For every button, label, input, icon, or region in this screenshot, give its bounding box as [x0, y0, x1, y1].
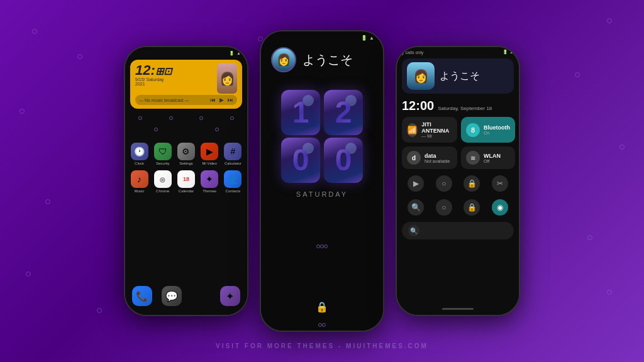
app-contacts-icon: 👤: [224, 170, 242, 188]
app-music-label: Music: [135, 189, 145, 193]
right-top-bar: y calls only 🔋 ▲: [397, 47, 519, 56]
wlan-name: WLAN: [484, 153, 501, 159]
music-time-left: 12: [135, 62, 150, 78]
app-contacts[interactable]: 👤 Contacts: [224, 170, 242, 193]
app-mivideo-icon: ▶: [201, 143, 218, 160]
prev-icon[interactable]: ⏮: [210, 97, 216, 103]
app-chrome[interactable]: ◎ Chrome: [153, 170, 172, 193]
app-music[interactable]: ♪ Music: [130, 170, 148, 193]
lock-icon: 🔒: [316, 301, 328, 313]
app-settings[interactable]: ⚙ Settings: [177, 143, 195, 165]
ctrl-lock1[interactable]: 🔒: [464, 175, 480, 192]
right-profile-card: 👩 ようこそ: [402, 58, 514, 94]
ctrl-circle1[interactable]: ○: [436, 175, 452, 192]
app-grid-row2: ♪ Music ◎ Chrome 18 Calendar ✦ Themes 👤: [125, 170, 247, 198]
day-label: SATURDAY: [281, 190, 363, 198]
toggle-data[interactable]: d data Not available: [402, 146, 457, 169]
data-sub: Not available: [425, 159, 450, 163]
wifi-icon-right: ▲: [509, 50, 514, 55]
app-themes-label: Themes: [203, 189, 216, 193]
center-status-bar: 🔋 ▲: [261, 31, 383, 42]
center-avatar: 👩: [271, 47, 296, 72]
center-screen: 🔋 ▲ 👩 ようこそ 1 2: [261, 31, 383, 331]
center-bottom: 🔒: [261, 295, 383, 319]
right-calls-only: y calls only: [402, 50, 423, 55]
clock-digits: 1 2 0 0: [281, 90, 363, 183]
dots-row-2: [125, 124, 247, 135]
center-status-icons: 🔋 ▲: [361, 35, 374, 41]
music-squares: ⊞⊡: [155, 66, 172, 77]
ctrl-play[interactable]: ▶: [408, 175, 424, 192]
play-icon[interactable]: ▶: [219, 97, 224, 103]
right-avatar: 👩: [407, 62, 435, 90]
app-calendar[interactable]: 18 Calendar: [177, 170, 195, 193]
right-time-date: Saturday, September 18: [438, 106, 492, 111]
right-time-big: 12:00: [402, 99, 434, 113]
dock-more[interactable]: ✦: [220, 286, 240, 306]
music-widget[interactable]: 12:⊞⊡ 9/15/ Saturday 2021 👩 — No music b…: [130, 60, 242, 109]
wifi-icon-center: ▲: [369, 35, 374, 41]
left-screen: 🔋 ▲ 12:⊞⊡ 9/15/ Saturday 2021: [125, 47, 247, 315]
app-clock-icon: 🕐: [131, 143, 148, 160]
center-dots: [304, 238, 340, 255]
ctrl-lock2[interactable]: 🔒: [464, 199, 480, 216]
right-search-bar[interactable]: 🔍: [402, 222, 514, 239]
app-mivideo-label: Mi Video: [203, 162, 217, 165]
app-security[interactable]: 🛡 Security: [153, 143, 172, 165]
toggle-antenna[interactable]: 📶 JITI ANTENNA — Mi: [402, 117, 457, 143]
ctrl-scissors[interactable]: ✂: [492, 175, 508, 192]
data-info: data Not available: [425, 153, 450, 163]
dock-empty: [191, 286, 211, 306]
music-avatar-person: 👩: [219, 71, 235, 86]
music-controls[interactable]: ⏮ ▶ ⏭: [210, 97, 233, 103]
app-music-icon: ♪: [131, 170, 148, 188]
app-grid-row1: 🕐 Clock 🛡 Security ⚙ Settings ▶ Mi Video…: [125, 138, 247, 170]
home-indicator: [397, 302, 519, 315]
app-calendar-icon: 18: [177, 170, 195, 188]
center-profile: 👩 ようこそ: [261, 42, 383, 77]
right-controls-row1: ▶ ○ 🔒 ✂: [397, 172, 519, 195]
music-broadcast-bar[interactable]: — No music broadcast — ⏮ ▶ ⏭: [135, 95, 237, 105]
app-contacts-label: Contacts: [226, 189, 241, 193]
antenna-name: JITI ANTENNA: [421, 121, 452, 134]
right-screen: y calls only 🔋 ▲ 👩 ようこそ 12:00 Saturday, …: [397, 47, 519, 315]
phone-right: y calls only 🔋 ▲ 👩 ようこそ 12:00 Saturday, …: [396, 46, 520, 316]
app-calculator-label: Calculator: [225, 162, 242, 165]
antenna-sub: — Mi: [421, 134, 452, 138]
phones-container: 🔋 ▲ 12:⊞⊡ 9/15/ Saturday 2021: [124, 30, 520, 332]
right-controls-row2: 🔍 ○ 🔒 ◉: [397, 195, 519, 219]
home-bar: [442, 308, 474, 310]
next-icon[interactable]: ⏭: [228, 97, 233, 103]
data-icon: d: [407, 151, 421, 165]
music-colon: :: [150, 62, 155, 78]
dock-phone[interactable]: 📞: [132, 286, 152, 306]
app-settings-label: Settings: [179, 162, 193, 165]
app-clock[interactable]: 🕐 Clock: [130, 143, 148, 165]
battery-icon-right: 🔋: [502, 50, 508, 55]
app-calculator[interactable]: # Calculator: [224, 143, 242, 165]
app-security-icon: 🛡: [154, 143, 172, 160]
toggle-wlan[interactable]: ≋ WLAN Off: [461, 146, 515, 169]
ctrl-circle2[interactable]: ○: [436, 199, 452, 216]
digit-2: 2: [324, 90, 363, 135]
app-chrome-label: Chrome: [156, 189, 169, 193]
ctrl-record[interactable]: ◉: [492, 199, 508, 216]
dock-messages[interactable]: 💬: [162, 286, 182, 306]
app-calculator-icon: #: [224, 143, 242, 160]
quick-toggle-grid: 📶 JITI ANTENNA — Mi 8 Bluetooth On: [397, 114, 519, 172]
center-dots-2: [306, 319, 338, 331]
music-time-section: 12:⊞⊡ 9/15/ Saturday 2021: [135, 63, 172, 86]
toggle-bluetooth[interactable]: 8 Bluetooth On: [461, 117, 515, 143]
bluetooth-icon: 8: [466, 123, 480, 137]
clock-hour-row: 1 2: [281, 90, 363, 135]
ctrl-search[interactable]: 🔍: [408, 199, 424, 216]
digit-4-number: 0: [335, 145, 352, 175]
app-mivideo[interactable]: ▶ Mi Video: [201, 143, 219, 165]
left-status-bar: 🔋 ▲: [125, 50, 247, 56]
digit-3-number: 0: [292, 145, 309, 175]
digit-1-number: 1: [292, 97, 309, 128]
wifi-icon: ▲: [236, 51, 241, 56]
wlan-icon: ≋: [466, 151, 480, 165]
dock: 📞 💬 ✦: [125, 281, 247, 311]
app-themes[interactable]: ✦ Themes: [201, 170, 219, 193]
